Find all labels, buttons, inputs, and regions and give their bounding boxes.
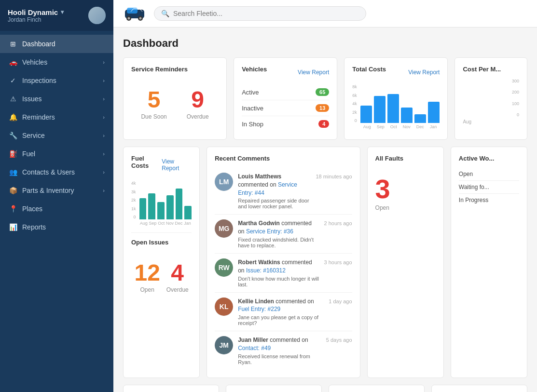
parts-nav-chevron-icon: › — [103, 188, 105, 193]
contacts-nav-chevron-icon: › — [103, 169, 105, 175]
bar-sep — [374, 96, 386, 123]
fuel-nav-chevron-icon: › — [103, 151, 105, 157]
fuel-nav-icon: ⛽ — [9, 149, 17, 158]
sidebar-item-inspections[interactable]: ✓Inspections› — [0, 71, 113, 90]
svg-point-5 — [139, 17, 142, 20]
vehicles-card-title: Vehicles — [242, 66, 267, 73]
comment-item-4: JM Juan Miller commented on Contact: #49… — [215, 331, 352, 370]
fuel-bar-sep — [148, 193, 155, 219]
avatar[interactable] — [88, 7, 106, 24]
issues-nav-chevron-icon: › — [103, 96, 105, 102]
sidebar-item-service[interactable]: 🔧Service› — [0, 126, 113, 145]
vehicles-card-header: Vehicles View Report — [242, 66, 329, 79]
recent-comments-title: Recent Comments — [215, 155, 352, 162]
sidebar-item-reminders[interactable]: 🔔Reminders› — [0, 108, 113, 126]
comment-text-2: Robert Watkins commented on Issue: #1603… — [238, 258, 319, 275]
dashboard-content: Dashboard Service Reminders 5 Due Soon 9… — [113, 27, 537, 392]
vehicles-active-label: Active — [242, 89, 259, 96]
total-costs-title: Total Costs — [352, 66, 386, 73]
comment-sub-3: Jane can you please get a copy of receip… — [238, 314, 324, 326]
overdue-count: 9 — [187, 88, 209, 111]
awo-open-label: Open — [459, 171, 473, 177]
comment-link-2[interactable]: Issue: #160312 — [246, 267, 286, 274]
vehicles-inactive-row: Inactive 13 — [242, 100, 329, 116]
service-nav-label: Service — [22, 132, 45, 139]
sidebar-brand: Hooli Dynamic ▾ Jordan Finch — [8, 8, 64, 23]
issues-open-label: Open — [134, 286, 160, 293]
comment-item-2: RW Robert Watkins commented on Issue: #1… — [215, 254, 352, 293]
sidebar-item-parts[interactable]: 📦Parts & Inventory› — [0, 181, 113, 200]
fuel-bar-dec — [176, 189, 183, 219]
comment-item-3: KL Kellie Linden commented on Fuel Entry… — [215, 293, 352, 332]
comment-text-1: Martha Godwin commented on Service Entry… — [238, 219, 319, 236]
overdue-stat: 9 Overdue — [187, 88, 209, 120]
awo-row-waiting: Waiting fo... — [459, 181, 519, 194]
comment-avatar-3: KL — [215, 297, 233, 316]
parts-nav-icon: 📦 — [9, 186, 17, 195]
comment-link-0[interactable]: Service Entry: #44 — [238, 181, 297, 196]
comment-sub-2: Don't know how much longer it will last. — [238, 276, 319, 287]
comment-avatar-0: LM — [215, 173, 233, 191]
comment-body-0: Louis Matthews commented on Service Entr… — [238, 173, 311, 209]
comment-link-1[interactable]: Service Entry: #36 — [246, 228, 293, 235]
fuel-costs-x-labels: AugSepOctNovDecJan — [139, 221, 192, 226]
places-nav-label: Places — [22, 205, 42, 213]
inspections-nav-icon: ✓ — [9, 76, 17, 85]
dashboard-nav-icon: ⊞ — [9, 40, 17, 48]
total-costs-view-report[interactable]: View Report — [408, 69, 440, 76]
sidebar-item-vehicles[interactable]: 🚗Vehicles› — [0, 53, 113, 71]
issues-overdue-stat: 4 Overdue — [166, 261, 189, 293]
inspection-submissions-card: Inspection Submissions View Report 8k — [329, 385, 425, 392]
sidebar-item-contacts[interactable]: 👥Contacts & Users› — [0, 163, 113, 181]
vehicles-active-row: Active 65 — [242, 84, 329, 100]
fuel-costs-view-report[interactable]: View Report — [162, 158, 192, 172]
vehicles-rows: Active 65 Inactive 13 In Shop 4 — [242, 84, 329, 132]
comment-avatar-1: MG — [215, 219, 233, 238]
comment-sub-1: Fixed cracked windshield. Didn't have to… — [238, 237, 319, 248]
parts-nav-label: Parts & Inventory — [22, 187, 74, 194]
vehicles-inactive-label: Inactive — [242, 105, 263, 112]
bar-nov — [401, 108, 413, 123]
search-input[interactable] — [173, 10, 359, 17]
logo-icon — [123, 5, 146, 22]
all-faults-count: 3 — [375, 176, 436, 203]
issues-open-count: 12 — [134, 261, 160, 284]
comment-link-4[interactable]: Contact: #49 — [238, 345, 271, 351]
vehicles-card: Vehicles View Report Active 65 Inactive … — [234, 57, 337, 140]
reminders-nav-icon: 🔔 — [9, 113, 17, 122]
comment-avatar-4: JM — [215, 336, 233, 354]
contacts-nav-icon: 👥 — [9, 168, 17, 176]
comment-time-0: 18 minutes ago — [316, 173, 352, 209]
service-reminders-card: Service Reminders 5 Due Soon 9 Overdue — [123, 57, 227, 140]
vehicles-inshop-badge: 4 — [318, 120, 329, 128]
comments-list: LM Louis Matthews commented on Service E… — [215, 168, 352, 370]
sidebar-item-issues[interactable]: ⚠Issues› — [0, 90, 113, 108]
search-bar[interactable]: 🔍 — [154, 6, 366, 21]
service-nav-icon: 🔧 — [9, 131, 17, 140]
open-issues-title: Open Issues — [131, 239, 192, 246]
sidebar-item-fuel[interactable]: ⛽Fuel› — [0, 145, 113, 163]
bar-jan — [428, 102, 440, 123]
sidebar-item-places[interactable]: 📍Places — [0, 200, 113, 218]
reminders-stats: 5 Due Soon 9 Overdue — [131, 79, 219, 125]
comment-sub-0: Repaired passenger side door and lower r… — [238, 198, 311, 209]
sidebar-item-dashboard[interactable]: ⊞Dashboard — [0, 35, 113, 53]
vehicles-inshop-label: In Shop — [242, 121, 263, 128]
vehicles-view-report-link[interactable]: View Report — [298, 69, 329, 76]
due-soon-label: Due Soon — [141, 113, 166, 120]
comment-time-1: 2 hours ago — [324, 219, 352, 248]
fuel-costs-bars — [139, 181, 192, 219]
comment-link-3[interactable]: Fuel Entry: #229 — [238, 306, 280, 312]
overdue-label: Overdue — [187, 113, 209, 120]
awo-waiting-label: Waiting fo... — [459, 184, 489, 190]
total-costs-header: Total Costs View Report — [352, 66, 440, 79]
dashboard-nav-label: Dashboard — [22, 40, 55, 48]
app-logo — [123, 5, 146, 22]
sidebar: Hooli Dynamic ▾ Jordan Finch ⊞Dashboard🚗… — [0, 0, 113, 392]
brand-name[interactable]: Hooli Dynamic ▾ — [8, 8, 64, 16]
sidebar-item-reports[interactable]: 📊Reports — [0, 218, 113, 236]
comment-item-0: LM Louis Matthews commented on Service E… — [215, 168, 352, 215]
cost-per-mile-xlabel: Aug — [463, 119, 519, 124]
vehicles-inactive-badge: 13 — [316, 104, 329, 112]
due-soon-count: 5 — [141, 88, 166, 111]
